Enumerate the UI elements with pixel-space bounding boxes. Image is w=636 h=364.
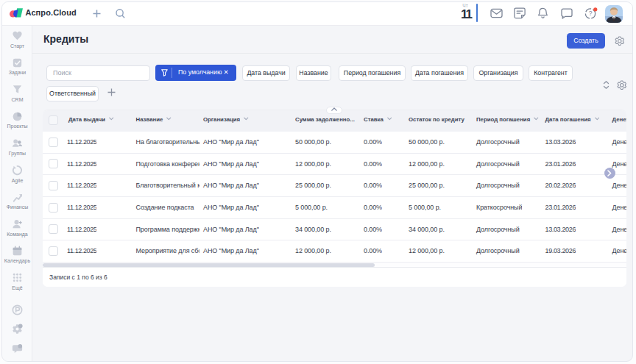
svg-text:?: ? bbox=[589, 10, 593, 17]
